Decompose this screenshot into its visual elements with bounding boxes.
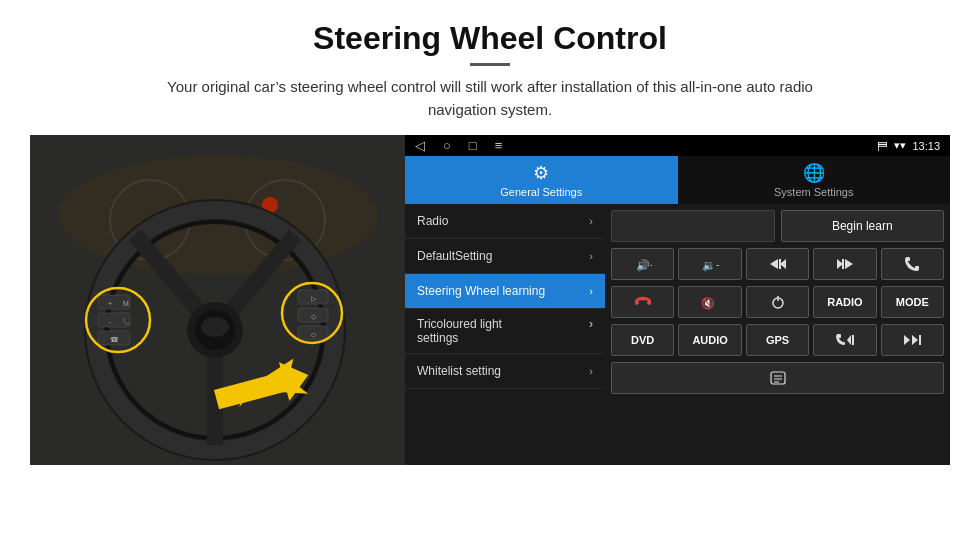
ctrl-row-5	[611, 362, 944, 394]
next-icon	[836, 257, 854, 271]
phone-button[interactable]	[881, 248, 944, 280]
signal-icon: ▾▾	[894, 139, 906, 152]
page-container: Steering Wheel Control Your original car…	[0, 0, 980, 475]
skip-end-icon	[902, 333, 922, 347]
begin-learn-button[interactable]: Begin learn	[781, 210, 945, 242]
menu-tricoloured-row: Tricoloured lightsettings ›	[417, 317, 593, 345]
tab-bar: ⚙ General Settings 🌐 System Settings	[405, 156, 950, 204]
svg-text:☎: ☎	[110, 336, 119, 343]
skip-end-button[interactable]	[881, 324, 944, 356]
controls-panel: Begin learn 🔊+ 🔉−	[605, 204, 950, 465]
menu-whitelist-label: Whitelist setting	[417, 364, 501, 378]
audio-button[interactable]: AUDIO	[678, 324, 741, 356]
nav-icons: ◁ ○ □ ≡	[415, 138, 502, 153]
home-icon[interactable]: ○	[443, 138, 451, 153]
list-icon	[769, 370, 787, 386]
svg-point-13	[201, 317, 229, 337]
tab-system-settings[interactable]: 🌐 System Settings	[678, 156, 951, 204]
menu-radio-label: Radio	[417, 214, 448, 228]
call-end-button[interactable]	[611, 286, 674, 318]
main-content: Radio › DefaultSetting › Steering Wheel …	[405, 204, 950, 465]
prev-icon	[769, 257, 787, 271]
steering-wheel-image: + M - 📞 ☎ ▷ ◇ ◇	[30, 135, 405, 465]
empty-input-box	[611, 210, 775, 242]
tab-general-settings[interactable]: ⚙ General Settings	[405, 156, 678, 204]
menu-item-steering-wheel[interactable]: Steering Wheel learning ›	[405, 274, 605, 309]
phone-icon	[904, 256, 920, 272]
chevron-icon: ›	[589, 365, 593, 377]
chevron-icon: ›	[589, 285, 593, 297]
chevron-icon: ›	[589, 215, 593, 227]
next-track-button[interactable]	[813, 248, 876, 280]
svg-marker-46	[912, 335, 918, 345]
chevron-icon: ›	[589, 250, 593, 262]
svg-rect-47	[919, 335, 921, 345]
status-right: ⛿ ▾▾ 13:13	[877, 139, 940, 152]
content-row: + M - 📞 ☎ ▷ ◇ ◇	[30, 135, 950, 465]
svg-marker-45	[904, 335, 910, 345]
call-end-icon	[635, 294, 651, 310]
ctrl-row-3: 🔇 RADIO MODE	[611, 286, 944, 318]
mute-button[interactable]: 🔇	[678, 286, 741, 318]
back-icon[interactable]: ◁	[415, 138, 425, 153]
radio-button[interactable]: RADIO	[813, 286, 876, 318]
page-title: Steering Wheel Control	[30, 20, 950, 57]
tab-system-label: System Settings	[774, 186, 853, 198]
title-divider	[470, 63, 510, 66]
top-row: Begin learn	[611, 210, 944, 242]
svg-text:📞: 📞	[122, 317, 131, 326]
recents-icon[interactable]: □	[469, 138, 477, 153]
menu-item-radio[interactable]: Radio ›	[405, 204, 605, 239]
menu-item-whitelist[interactable]: Whitelist setting ›	[405, 354, 605, 389]
menu-tricoloured-label: Tricoloured lightsettings	[417, 317, 502, 345]
prev-track-button[interactable]	[746, 248, 809, 280]
menu-default-label: DefaultSetting	[417, 249, 492, 263]
svg-marker-34	[770, 259, 778, 269]
svg-text:M: M	[123, 300, 129, 307]
vol-up-button[interactable]: 🔊+	[611, 248, 674, 280]
menu-steering-label: Steering Wheel learning	[417, 284, 545, 298]
subtitle-text: Your original car’s steering wheel contr…	[140, 76, 840, 121]
svg-marker-43	[847, 335, 851, 345]
phone-prev-icon	[835, 333, 855, 347]
svg-text:🔊+: 🔊+	[636, 258, 652, 272]
vol-down-button[interactable]: 🔉−	[678, 248, 741, 280]
vol-down-icon: 🔉−	[701, 255, 719, 273]
tab-general-label: General Settings	[500, 186, 582, 198]
phone-prev-button[interactable]	[813, 324, 876, 356]
android-screen: ◁ ○ □ ≡ ⛿ ▾▾ 13:13 ⚙ General Settings	[405, 135, 950, 465]
chevron-icon: ›	[589, 317, 593, 345]
vol-up-icon: 🔊+	[634, 255, 652, 273]
ctrl-row-2: 🔊+ 🔉−	[611, 248, 944, 280]
menu-list: Radio › DefaultSetting › Steering Wheel …	[405, 204, 605, 465]
power-icon	[770, 294, 786, 310]
gps-button[interactable]: GPS	[746, 324, 809, 356]
menu-item-defaultsetting[interactable]: DefaultSetting ›	[405, 239, 605, 274]
svg-text:🔉−: 🔉−	[702, 258, 719, 272]
header-section: Steering Wheel Control Your original car…	[30, 20, 950, 121]
status-bar: ◁ ○ □ ≡ ⛿ ▾▾ 13:13	[405, 135, 950, 156]
dvd-button[interactable]: DVD	[611, 324, 674, 356]
ctrl-row-4: DVD AUDIO GPS	[611, 324, 944, 356]
gear-icon: ⚙	[533, 162, 549, 184]
mode-button[interactable]: MODE	[881, 286, 944, 318]
power-button[interactable]	[746, 286, 809, 318]
steering-wheel-svg: + M - 📞 ☎ ▷ ◇ ◇	[30, 135, 405, 465]
menu-item-tricoloured[interactable]: Tricoloured lightsettings ›	[405, 309, 605, 354]
svg-rect-44	[852, 335, 854, 345]
mute-icon: 🔇	[701, 294, 719, 310]
svg-text:+: +	[108, 300, 112, 307]
svg-marker-37	[845, 259, 853, 269]
menu-icon[interactable]: ≡	[495, 138, 503, 153]
gps-icon: ⛿	[877, 140, 888, 152]
svg-text:🔇: 🔇	[701, 296, 715, 310]
globe-icon: 🌐	[803, 162, 825, 184]
clock: 13:13	[912, 140, 940, 152]
list-button[interactable]	[611, 362, 944, 394]
